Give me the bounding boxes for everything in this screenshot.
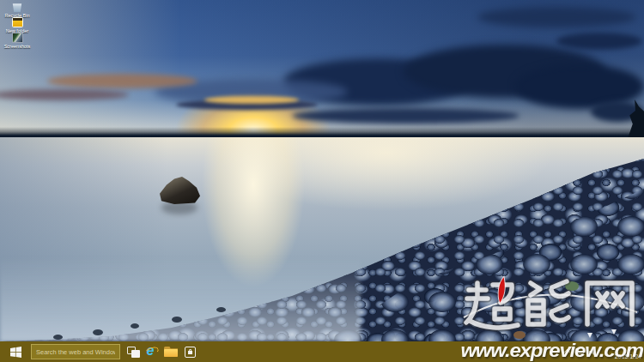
internet-explorer-button[interactable]: e [143,341,161,362]
file-explorer-button[interactable] [161,341,180,362]
desktop-icon-recycle-bin[interactable]: Recycle Bin [2,2,33,18]
desktop-icon-screenshots[interactable]: Screenshots [2,33,33,49]
store-icon [185,347,196,358]
taskbar: e 2015/1/24 [0,341,644,362]
windows-logo-icon [10,347,21,358]
task-view-icon [127,347,140,358]
cloud [292,108,519,124]
stray-pebble [131,323,139,329]
hidden-icons-chevron[interactable] [564,348,570,354]
store-button[interactable] [180,341,199,362]
taskbar-clock[interactable]: 2015/1/24 [615,353,641,360]
network-icon[interactable] [575,348,584,354]
stray-pebble [172,317,182,323]
internet-explorer-icon: e [145,345,160,359]
taskbar-search[interactable] [31,344,120,359]
search-input[interactable] [32,345,119,359]
desktop-icon-label: Screenshots [2,44,33,49]
cloud [0,89,129,100]
windows-desktop-screen: Recycle Bin New folder Screenshots [0,0,644,362]
file-explorer-icon [164,347,178,357]
desktop-wallpaper: Recycle Bin New folder Screenshots [0,0,644,341]
volume-icon[interactable] [589,348,597,355]
stray-pebble [53,335,63,340]
task-view-button[interactable] [124,341,143,362]
wallpaper-sky [0,0,644,139]
water-mist [0,257,361,341]
picture-icon [12,33,23,43]
folder-icon [12,17,23,27]
cloud [477,7,636,27]
stray-pebble [93,329,103,335]
desktop-icon-folder[interactable]: New folder [2,17,33,33]
start-button[interactable] [3,341,27,362]
cloud [47,74,197,88]
taskbar-date: 2015/1/24 [615,353,641,360]
stray-pebble [216,307,226,312]
recycle-bin-icon [12,2,23,12]
cloud [556,33,642,50]
cloud [204,96,299,104]
